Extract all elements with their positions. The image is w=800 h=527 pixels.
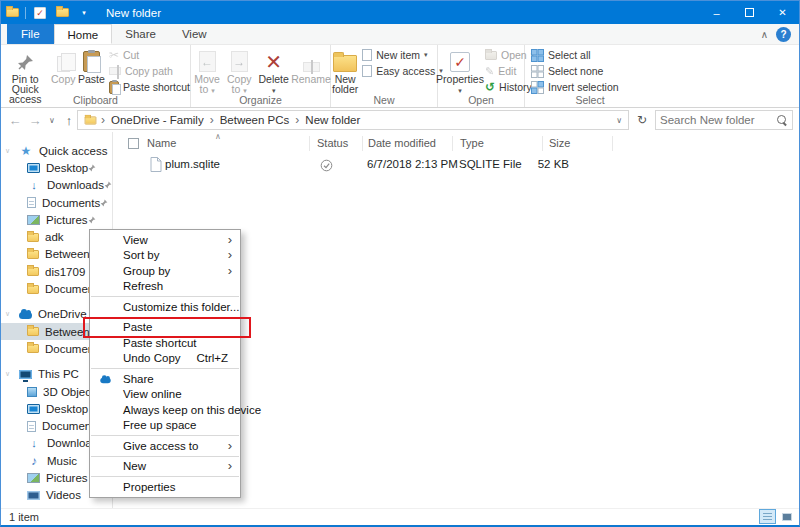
- paste-button[interactable]: Paste: [78, 47, 105, 84]
- back-icon[interactable]: ←: [5, 113, 25, 128]
- select-none-icon: [531, 65, 544, 78]
- details-view-button[interactable]: [759, 509, 776, 524]
- tab-home[interactable]: Home: [54, 24, 113, 44]
- help-icon[interactable]: ?: [776, 27, 791, 42]
- context-menu-item-view-online[interactable]: View online: [90, 387, 240, 403]
- context-menu-item-share[interactable]: Share: [90, 371, 240, 387]
- copy-button[interactable]: Copy: [50, 47, 76, 84]
- recent-locations-icon[interactable]: ∨: [45, 116, 59, 125]
- search-input[interactable]: [660, 114, 777, 126]
- column-header-name[interactable]: Name: [147, 137, 176, 149]
- column-header-size[interactable]: Size: [549, 137, 570, 149]
- delete-button[interactable]: ✕ Delete▾: [256, 47, 291, 96]
- properties-button[interactable]: ✓ Properties▾: [439, 47, 481, 96]
- pin-icon: [100, 199, 108, 207]
- cut-button[interactable]: ✂Cut: [109, 47, 190, 63]
- search-icon[interactable]: [777, 115, 788, 126]
- paste-shortcut-button[interactable]: Paste shortcut: [109, 79, 190, 95]
- up-icon[interactable]: ↑: [59, 113, 79, 128]
- address-dropdown-icon[interactable]: ∨: [616, 116, 622, 125]
- sidebar-item-downloads[interactable]: Downloads: [1, 177, 112, 194]
- refresh-icon[interactable]: ↻: [633, 110, 651, 130]
- rename-icon: [303, 62, 320, 72]
- minimize-button[interactable]: –: [700, 1, 733, 24]
- breadcrumb-item-new-folder[interactable]: New folder: [303, 114, 362, 126]
- expander-chevron-icon[interactable]: ∨: [5, 310, 10, 318]
- select-none-button[interactable]: Select none: [531, 63, 619, 79]
- context-menu-item-view[interactable]: View ›: [90, 232, 240, 248]
- file-row-plum-sqlite[interactable]: plum.sqlite 6/7/2018 2:13 PM SQLITE File…: [114, 156, 799, 174]
- context-menu-item-group-by[interactable]: Group by ›: [90, 263, 240, 279]
- sidebar-item-quick-access[interactable]: ∨ Quick access: [1, 142, 112, 159]
- qat-properties-button[interactable]: ✓: [32, 5, 48, 21]
- file-size: 52 KB: [494, 158, 569, 170]
- tab-file[interactable]: File: [7, 24, 54, 44]
- select-all-button[interactable]: Select all: [531, 47, 619, 63]
- chevron-down-icon: ▾: [272, 87, 276, 94]
- tabstrip-right: ∧ ?: [761, 24, 799, 44]
- copy-path-button[interactable]: Copy path: [109, 63, 190, 79]
- column-header-status[interactable]: Status: [317, 137, 348, 149]
- close-button[interactable]: ✕: [766, 1, 799, 24]
- easy-access-button[interactable]: Easy access▾: [362, 63, 442, 79]
- select-all-checkbox[interactable]: [128, 138, 139, 149]
- expander-chevron-icon[interactable]: ∨: [5, 370, 10, 378]
- breadcrumb[interactable]: ›OneDrive - Family›Between PCs›New folde…: [77, 110, 629, 130]
- chevron-down-icon: ▾: [82, 9, 86, 17]
- breadcrumb-separator-icon[interactable]: ›: [291, 113, 303, 127]
- context-menu-item-free-up-space[interactable]: Free up space: [90, 418, 240, 434]
- rename-button[interactable]: Rename: [293, 47, 329, 84]
- download-icon: [27, 179, 41, 192]
- tab-view[interactable]: View: [169, 24, 220, 44]
- context-menu-item-paste-shortcut[interactable]: Paste shortcut: [90, 335, 240, 351]
- new-item-icon: [362, 49, 372, 61]
- location-folder-icon: [85, 116, 97, 124]
- context-menu-item-undo-copy[interactable]: Undo Copy Ctrl+Z: [90, 351, 240, 367]
- context-menu-separator: [91, 456, 239, 457]
- context-menu-item-paste[interactable]: Paste: [90, 320, 240, 336]
- tab-share[interactable]: Share: [112, 24, 169, 44]
- large-icons-view-icon: [782, 513, 792, 521]
- forward-icon[interactable]: →: [25, 113, 45, 128]
- context-menu-item-customize-this-folder[interactable]: Customize this folder...: [90, 299, 240, 315]
- context-menu-item-sort-by[interactable]: Sort by ›: [90, 248, 240, 264]
- context-menu-item-give-access-to[interactable]: Give access to ›: [90, 438, 240, 454]
- sidebar-item-documents[interactable]: Documents: [1, 194, 112, 211]
- submenu-arrow-icon: ›: [228, 266, 232, 276]
- breadcrumb-item-onedrive-family[interactable]: OneDrive - Family: [109, 114, 206, 126]
- ribbon-group-open: ✓ Properties▾ Open▾ ✎Edit ↺History Open: [438, 45, 525, 107]
- expander-chevron-icon[interactable]: ∨: [5, 147, 10, 155]
- group-label-clipboard: Clipboard: [1, 94, 190, 106]
- context-menu-item-properties[interactable]: Properties: [90, 479, 240, 495]
- breadcrumb-item-between-pcs[interactable]: Between PCs: [218, 114, 292, 126]
- sidebar-item-pictures[interactable]: Pictures: [1, 211, 112, 228]
- chevron-down-icon: ▾: [211, 87, 215, 94]
- invert-selection-button[interactable]: Invert selection: [531, 79, 619, 95]
- view-toggles: [759, 509, 795, 524]
- context-menu-item-new[interactable]: New ›: [90, 459, 240, 475]
- column-header-type[interactable]: Type: [460, 137, 484, 149]
- collapse-ribbon-icon[interactable]: ∧: [761, 29, 768, 40]
- large-icons-view-button[interactable]: [778, 509, 795, 524]
- qat-customize-dropdown[interactable]: ▾: [76, 5, 92, 21]
- chevron-down-icon: ▾: [458, 87, 462, 94]
- sidebar-item-desktop[interactable]: Desktop: [1, 159, 112, 176]
- breadcrumb-separator-icon[interactable]: ›: [206, 113, 218, 127]
- context-menu-item-always-keep-on-this-device[interactable]: Always keep on this device: [90, 402, 240, 418]
- move-to-button[interactable]: ← Move to ▾: [192, 47, 222, 96]
- qat-new-folder-button[interactable]: [54, 5, 70, 21]
- new-item-button[interactable]: New item▾: [362, 47, 442, 63]
- pin-icon: [16, 53, 35, 72]
- app-folder-icon: [6, 8, 19, 17]
- music-icon: [27, 454, 41, 467]
- copy-to-button[interactable]: → Copy to ▾: [224, 47, 254, 96]
- sort-ascending-icon: ∧: [215, 132, 221, 141]
- new-folder-button[interactable]: New folder: [332, 47, 358, 94]
- breadcrumb-separator-icon[interactable]: ›: [97, 113, 109, 127]
- invert-selection-icon: [531, 81, 544, 94]
- ribbon-group-organize: ← Move to ▾ → Copy to ▾ ✕ Delete▾ Rename…: [191, 45, 331, 107]
- column-header-date-modified[interactable]: Date modified: [368, 137, 436, 149]
- context-menu-item-refresh[interactable]: Refresh: [90, 279, 240, 295]
- maximize-button[interactable]: [733, 1, 766, 24]
- search-box: [655, 110, 793, 130]
